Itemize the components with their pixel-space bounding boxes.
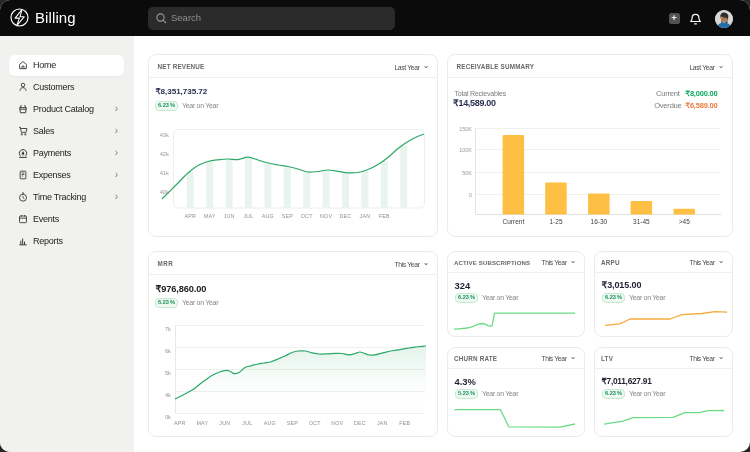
svg-text:6k: 6k	[165, 348, 171, 354]
svg-text:4k: 4k	[165, 392, 171, 398]
svg-text:16-30: 16-30	[591, 218, 608, 225]
svg-text:JAN: JAN	[360, 213, 371, 219]
svg-text:100K: 100K	[459, 147, 472, 153]
svg-text:FEB: FEB	[399, 420, 410, 426]
svg-text:0: 0	[469, 192, 472, 198]
svg-text:DEC: DEC	[354, 420, 366, 426]
svg-text:43k: 43k	[160, 132, 169, 138]
svg-text:APR: APR	[185, 213, 197, 219]
svg-text:JUN: JUN	[224, 213, 235, 219]
svg-text:SEP: SEP	[282, 213, 293, 219]
svg-text:7k: 7k	[165, 326, 171, 332]
svg-text:>45: >45	[679, 218, 690, 225]
svg-text:AUG: AUG	[262, 213, 274, 219]
svg-text:NOV: NOV	[331, 420, 343, 426]
svg-text:150K: 150K	[459, 126, 472, 132]
svg-text:0k: 0k	[165, 414, 171, 420]
svg-text:50K: 50K	[462, 170, 472, 176]
svg-text:NOV: NOV	[320, 213, 332, 219]
svg-text:OCT: OCT	[301, 213, 313, 219]
svg-text:MAY: MAY	[196, 420, 208, 426]
svg-text:AUG: AUG	[264, 420, 276, 426]
svg-text:APR: APR	[174, 420, 186, 426]
svg-text:42k: 42k	[160, 151, 169, 157]
svg-text:JUL: JUL	[243, 213, 253, 219]
svg-text:31-45: 31-45	[633, 218, 650, 225]
svg-text:5k: 5k	[165, 370, 171, 376]
svg-text:JAN: JAN	[377, 420, 388, 426]
svg-text:DEC: DEC	[340, 213, 352, 219]
svg-text:41k: 41k	[160, 170, 169, 176]
svg-text:SEP: SEP	[287, 420, 298, 426]
svg-text:1-25: 1-25	[549, 218, 562, 225]
svg-text:40k: 40k	[160, 189, 169, 195]
svg-text:FEB: FEB	[379, 213, 390, 219]
svg-text:OCT: OCT	[309, 420, 321, 426]
svg-text:Current: Current	[503, 218, 525, 225]
svg-text:JUL: JUL	[242, 420, 252, 426]
svg-text:MAY: MAY	[204, 213, 216, 219]
svg-text:JUN: JUN	[219, 420, 230, 426]
